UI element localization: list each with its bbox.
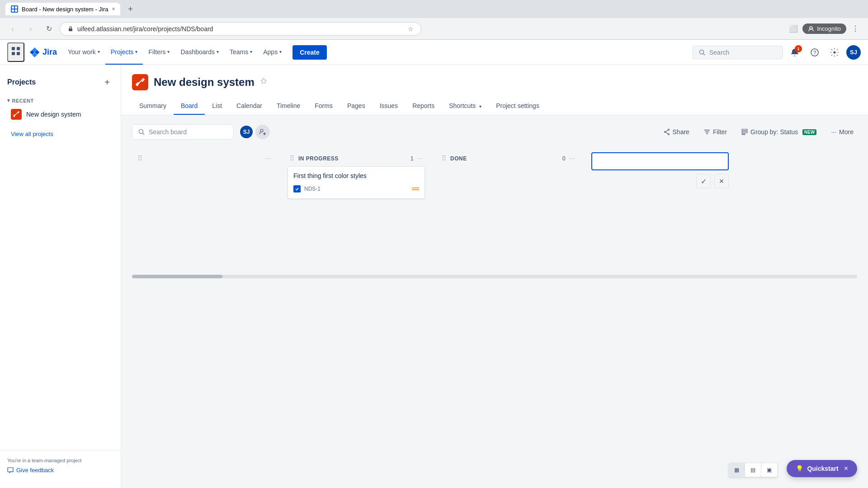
more-options-button[interactable]: ⋮ (848, 22, 863, 36)
more-button[interactable]: ··· More (827, 126, 857, 138)
group-by-button[interactable]: Group by: Status NEW (738, 126, 820, 138)
quickstart-icon: 💡 (796, 465, 803, 472)
tab-close-icon[interactable]: × (112, 6, 115, 12)
back-button[interactable]: ‹ (5, 22, 20, 36)
view-all-projects-link[interactable]: View all projects (4, 127, 117, 141)
extensions-button[interactable]: ⬜ (786, 22, 801, 36)
tab-timeline[interactable]: Timeline (269, 98, 307, 115)
filters-chevron: ▾ (167, 49, 170, 54)
project-icon (11, 109, 22, 120)
tab-favicon (11, 5, 18, 13)
share-button[interactable]: Share (660, 126, 693, 138)
sidebar-recent-label[interactable]: ▾ RECENT (0, 96, 121, 105)
project-star-icon[interactable] (260, 78, 267, 87)
board-search-input[interactable] (149, 128, 228, 136)
board-avatar-group: SJ (239, 125, 270, 139)
address-bar[interactable]: uifeed.atlassian.net/jira/core/projects/… (60, 22, 421, 36)
tab-summary[interactable]: Summary (132, 98, 174, 115)
settings-icon (830, 48, 839, 57)
svg-point-24 (664, 131, 665, 133)
column-in-progress-drag-handle[interactable]: ⠿ (289, 154, 295, 163)
new-tab-button[interactable]: + (124, 3, 137, 15)
svg-rect-3 (15, 9, 17, 12)
view-toggle-detail[interactable]: ▣ (761, 463, 777, 477)
svg-point-22 (668, 129, 669, 131)
sidebar-add-button[interactable]: + (101, 76, 113, 89)
column-done-title: DONE (450, 155, 557, 162)
feedback-link[interactable]: Give feedback (7, 467, 113, 474)
bookmark-icon[interactable]: ☆ (408, 25, 414, 33)
svg-rect-32 (742, 134, 745, 135)
nav-teams[interactable]: Teams ▾ (224, 40, 258, 65)
board-scrollbar-thumb[interactable] (132, 275, 222, 278)
card-meta: NDS-1 (293, 185, 419, 193)
svg-rect-6 (12, 47, 15, 50)
svg-point-14 (834, 51, 836, 53)
browser-actions: ⬜ Incognito ⋮ (786, 22, 863, 36)
board-avatar-sj[interactable]: SJ (239, 125, 254, 139)
column-in-progress-menu[interactable]: ··· (417, 155, 423, 163)
column-done-menu[interactable]: ··· (569, 155, 575, 163)
tab-project-settings[interactable]: Project settings (489, 98, 547, 115)
tab-issues[interactable]: Issues (373, 98, 405, 115)
browser-tab[interactable]: Board - New design system - Jira × (5, 3, 120, 15)
profile-button[interactable]: Incognito (802, 23, 846, 34)
svg-point-19 (260, 129, 263, 132)
column-todo-menu[interactable]: ··· (265, 155, 271, 163)
filter-button[interactable]: Filter (700, 126, 731, 138)
your-work-chevron: ▾ (98, 49, 100, 54)
lock-icon (67, 26, 74, 32)
logo-text: Jira (42, 47, 57, 57)
notifications-button[interactable]: 1 (787, 44, 803, 61)
nav-your-work[interactable]: Your work ▾ (62, 40, 105, 65)
new-column-input[interactable] (591, 152, 729, 170)
grid-icon (12, 47, 20, 55)
board-search[interactable] (132, 124, 234, 140)
tab-board[interactable]: Board (174, 98, 205, 115)
new-column-confirm-button[interactable]: ✓ (696, 174, 711, 188)
grid-menu-button[interactable] (7, 42, 24, 62)
settings-button[interactable] (826, 44, 843, 61)
new-column-cancel-button[interactable]: × (714, 174, 729, 188)
address-text: uifeed.atlassian.net/jira/core/projects/… (77, 25, 404, 33)
project-name: New design system (154, 76, 255, 89)
sidebar-item-new-design-system[interactable]: New design system (4, 105, 117, 123)
board-search-icon (138, 128, 145, 136)
tab-pages[interactable]: Pages (340, 98, 373, 115)
nav-apps[interactable]: Apps ▾ (258, 40, 287, 65)
view-toggle: ▦ ▤ ▣ (728, 463, 778, 477)
forward-button[interactable]: › (24, 22, 38, 36)
avatar[interactable]: SJ (846, 45, 861, 60)
column-drag-handle[interactable]: ⠿ (137, 154, 143, 163)
nav-dashboards[interactable]: Dashboards ▾ (175, 40, 224, 65)
dashboards-chevron: ▾ (217, 49, 219, 54)
chevron-down-icon: ▾ (7, 98, 10, 103)
jira-logo[interactable]: Jira (24, 44, 62, 61)
nav-projects[interactable]: Projects ▾ (105, 40, 143, 65)
board-right-actions: Share Filter (660, 126, 857, 138)
tab-shortcuts[interactable]: Shortcuts ▾ (442, 98, 489, 115)
team-note: You're in a team-managed project (7, 458, 113, 463)
board-scrollbar-track (132, 275, 857, 278)
quickstart-close-button[interactable]: × (844, 465, 848, 473)
view-toggle-board[interactable]: ▦ (729, 463, 745, 477)
search-bar[interactable]: Search (693, 46, 783, 59)
quickstart-button[interactable]: 💡 Quickstart × (787, 460, 857, 477)
create-button[interactable]: Create (292, 45, 327, 60)
tab-calendar[interactable]: Calendar (229, 98, 269, 115)
tab-reports[interactable]: Reports (405, 98, 442, 115)
sidebar-title: Projects (7, 78, 36, 86)
shortcuts-chevron: ▾ (479, 104, 481, 109)
svg-rect-9 (17, 52, 20, 55)
star-icon (260, 78, 267, 85)
help-button[interactable]: ? (807, 44, 823, 61)
reload-button[interactable]: ↻ (42, 22, 56, 36)
board-add-member-button[interactable] (255, 125, 270, 139)
column-in-progress-count: 1 (410, 155, 414, 162)
view-toggle-list[interactable]: ▤ (745, 463, 761, 477)
tab-forms[interactable]: Forms (307, 98, 340, 115)
nav-filters[interactable]: Filters ▾ (143, 40, 175, 65)
column-done-drag-handle[interactable]: ⠿ (441, 154, 447, 163)
card-nds-1[interactable]: First thing first color styles NDS-1 (288, 166, 425, 199)
tab-list[interactable]: List (205, 98, 229, 115)
